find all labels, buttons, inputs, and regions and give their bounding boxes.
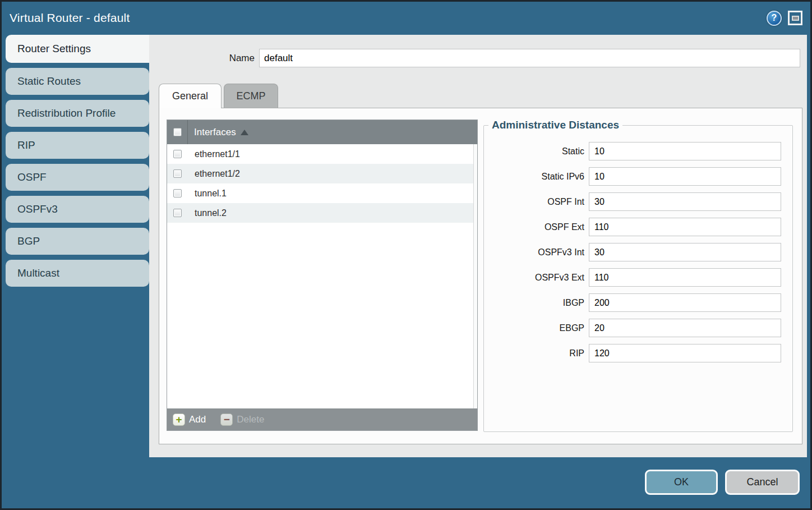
field-row: RIP: [484, 344, 792, 362]
ospfv3-ext-input[interactable]: [589, 268, 781, 287]
row-checkbox[interactable]: [173, 189, 182, 197]
sidebar-item-label: Router Settings: [17, 43, 91, 55]
ospfv3-int-input[interactable]: [589, 243, 781, 261]
row-checkbox[interactable]: [173, 150, 182, 158]
virtual-router-dialog: Virtual Router - default ? Router Settin…: [0, 0, 812, 510]
plus-icon: +: [173, 413, 185, 426]
sidebar-item-label: Static Routes: [17, 75, 81, 88]
name-row: Name: [149, 49, 807, 67]
administrative-distances-legend: Administrative Distances: [488, 119, 622, 131]
interface-name: tunnel.2: [188, 208, 227, 218]
sidebar-item-label: Multicast: [17, 267, 59, 279]
sidebar-item-label: RIP: [17, 139, 35, 151]
static-label: Static: [484, 146, 589, 157]
ebgp-label: EBGP: [484, 323, 589, 333]
rip-label: RIP: [484, 348, 589, 359]
administrative-distances-group: Administrative Distances Static Static I…: [483, 119, 793, 432]
title-bar: Virtual Router - default ?: [2, 2, 810, 34]
ibgp-label: IBGP: [484, 298, 589, 308]
row-checkbox-cell: [167, 209, 188, 217]
help-icon[interactable]: ?: [767, 11, 782, 26]
field-row: Static: [484, 142, 792, 160]
ibgp-input[interactable]: [589, 293, 781, 312]
minus-icon: −: [220, 413, 233, 426]
cancel-button[interactable]: Cancel: [725, 470, 800, 495]
dialog-title: Virtual Router - default: [10, 11, 130, 25]
field-row: Static IPv6: [484, 167, 792, 186]
interfaces-table: Interfaces ethernet1/1: [167, 120, 478, 431]
ospf-ext-label: OSPF Ext: [484, 222, 589, 232]
static-ipv6-label: Static IPv6: [484, 172, 589, 182]
field-row: OSPF Ext: [484, 218, 792, 236]
field-row: EBGP: [484, 319, 792, 337]
row-checkbox-cell: [167, 189, 188, 197]
sidebar-item-rip[interactable]: RIP: [6, 132, 149, 159]
field-row: OSPFv3 Int: [484, 243, 792, 261]
sidebar-item-label: OSPF: [17, 171, 47, 183]
delete-button-label: Delete: [237, 414, 264, 425]
name-input[interactable]: [259, 49, 800, 67]
ebgp-input[interactable]: [589, 319, 781, 337]
sidebar-item-static-routes[interactable]: Static Routes: [6, 68, 149, 95]
table-scrollbar[interactable]: [473, 144, 477, 408]
interfaces-column-label: Interfaces: [194, 127, 236, 138]
ospfv3-int-label: OSPFv3 Int: [484, 247, 589, 258]
window-restore-icon[interactable]: [788, 11, 802, 25]
ok-button[interactable]: OK: [645, 470, 718, 495]
sidebar: Router Settings Static Routes Redistribu…: [6, 35, 149, 292]
ospf-int-input[interactable]: [589, 192, 781, 211]
delete-button[interactable]: − Delete: [220, 413, 264, 426]
sidebar-item-ospfv3[interactable]: OSPFv3: [6, 196, 149, 223]
sort-ascending-icon: [241, 130, 248, 135]
table-row[interactable]: tunnel.2: [167, 203, 477, 223]
add-button-label: Add: [189, 414, 206, 425]
rip-input[interactable]: [589, 344, 781, 362]
static-ipv6-input[interactable]: [589, 167, 781, 186]
sidebar-item-label: Redistribution Profile: [17, 107, 116, 120]
static-input[interactable]: [589, 142, 781, 160]
titlebar-icons: ?: [767, 11, 802, 26]
sidebar-item-redistribution-profile[interactable]: Redistribution Profile: [6, 100, 149, 127]
name-label: Name: [149, 53, 259, 64]
table-row[interactable]: tunnel.1: [167, 183, 477, 203]
table-row[interactable]: ethernet1/1: [167, 144, 477, 164]
row-checkbox[interactable]: [173, 209, 182, 217]
interfaces-table-toolbar: + Add − Delete: [167, 408, 477, 430]
ospf-int-label: OSPF Int: [484, 197, 589, 207]
interface-name: ethernet1/1: [188, 149, 240, 159]
ospf-ext-input[interactable]: [589, 218, 781, 236]
general-tab-panel: Interfaces ethernet1/1: [159, 108, 802, 444]
sidebar-item-router-settings[interactable]: Router Settings: [6, 35, 149, 63]
select-all-cell: [167, 120, 188, 144]
interfaces-column-header[interactable]: Interfaces: [188, 127, 248, 138]
tab-general[interactable]: General: [159, 84, 222, 108]
interface-name: ethernet1/2: [188, 169, 240, 179]
add-button[interactable]: + Add: [173, 413, 206, 426]
window-restore-icon-inner: [792, 16, 799, 21]
row-checkbox[interactable]: [173, 169, 182, 178]
tab-ecmp-label: ECMP: [236, 90, 265, 102]
field-row: IBGP: [484, 293, 792, 312]
interfaces-table-body: ethernet1/1 ethernet1/2 tunnel.1: [167, 144, 477, 408]
field-row: OSPFv3 Ext: [484, 268, 792, 287]
ospfv3-ext-label: OSPFv3 Ext: [484, 273, 589, 283]
table-row[interactable]: ethernet1/2: [167, 164, 477, 183]
sidebar-item-ospf[interactable]: OSPF: [6, 164, 149, 191]
sidebar-item-label: BGP: [17, 235, 40, 247]
content-area: Name General ECMP Interfaces: [149, 35, 807, 457]
tab-general-label: General: [172, 90, 208, 102]
field-row: OSPF Int: [484, 192, 792, 211]
tab-ecmp[interactable]: ECMP: [224, 84, 278, 108]
interfaces-table-header: Interfaces: [167, 120, 477, 144]
sidebar-item-label: OSPFv3: [17, 203, 58, 215]
select-all-checkbox[interactable]: [173, 128, 182, 136]
sidebar-item-bgp[interactable]: BGP: [6, 228, 149, 255]
row-checkbox-cell: [167, 150, 188, 158]
interface-name: tunnel.1: [188, 189, 227, 199]
sidebar-item-multicast[interactable]: Multicast: [6, 260, 149, 287]
row-checkbox-cell: [167, 169, 188, 178]
